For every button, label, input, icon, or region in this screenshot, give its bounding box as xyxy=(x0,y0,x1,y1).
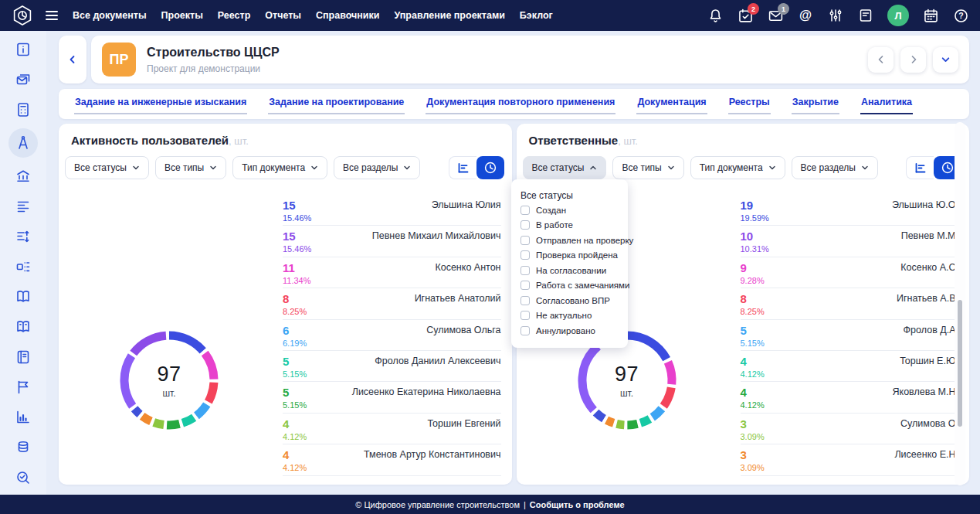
panel-title: Ответственные, шт. xyxy=(529,134,638,147)
dropdown-option[interactable]: Создан xyxy=(521,203,619,218)
row-value-block: 1515.46% xyxy=(283,230,311,254)
footer-separator: | xyxy=(524,500,526,509)
row-value-block: 88.25% xyxy=(283,293,307,316)
menu-item[interactable]: Проекты xyxy=(161,10,203,21)
help-icon[interactable]: ? xyxy=(952,7,969,24)
checkbox[interactable] xyxy=(521,311,530,320)
sidebar-item-structure[interactable] xyxy=(8,255,38,278)
bell-icon[interactable] xyxy=(707,7,724,24)
scrollbar-thumb[interactable] xyxy=(958,300,962,427)
filter-dropdown-button[interactable]: Тип документа xyxy=(690,156,785,179)
notes-icon[interactable] xyxy=(857,7,874,24)
filter-row: Все статусыВсе типыТип документаВсе разд… xyxy=(523,156,878,179)
menu-item[interactable]: Управление проектами xyxy=(394,10,504,21)
row-value: 9 xyxy=(741,262,765,274)
sidebar-item-statistics[interactable] xyxy=(8,406,38,429)
sidebar-item-book-standards[interactable] xyxy=(8,285,38,308)
checkbox[interactable] xyxy=(521,220,530,230)
bar-chart-toggle-button[interactable] xyxy=(449,156,476,179)
filter-dropdown-button[interactable]: Все разделы xyxy=(334,156,420,179)
main-menu: Все документыПроектыРеестрОтчетыСправочн… xyxy=(73,10,553,21)
sidebar-item-info-document[interactable] xyxy=(8,38,38,61)
svg-text:@: @ xyxy=(799,8,812,22)
menu-item[interactable]: Отчеты xyxy=(265,10,301,21)
sidebar-item-correspondence[interactable] xyxy=(8,68,38,91)
dropdown-option[interactable]: Аннулировано xyxy=(521,323,619,339)
mention-icon[interactable]: @ xyxy=(797,7,814,24)
tab[interactable]: Документация xyxy=(636,94,707,114)
prev-project-button[interactable] xyxy=(868,47,894,73)
expand-project-button[interactable] xyxy=(933,47,958,73)
checkbox[interactable] xyxy=(521,266,530,275)
dropdown-option[interactable]: Отправлен на проверку xyxy=(521,233,619,248)
bar-chart-toggle-button[interactable] xyxy=(906,156,934,179)
dropdown-option[interactable]: Проверка пройдена xyxy=(521,248,619,264)
sidebar-item-analytics[interactable] xyxy=(8,128,38,158)
checkbox[interactable] xyxy=(521,236,530,245)
tasks-calendar-icon[interactable]: 2 xyxy=(737,7,754,24)
filters-icon[interactable] xyxy=(827,7,844,24)
checkbox[interactable] xyxy=(521,250,530,260)
dropdown-option[interactable]: Согласовано ВПР xyxy=(521,293,619,308)
mail-icon[interactable]: 1 xyxy=(767,7,784,24)
donut-chart: 97 шт. xyxy=(103,315,235,446)
menu-item[interactable]: Бэклог xyxy=(520,10,553,21)
filter-dropdown-button[interactable]: Все статусы xyxy=(523,156,607,179)
tab[interactable]: Аналитика xyxy=(860,94,913,114)
sidebar-item-budget[interactable] xyxy=(8,436,38,459)
sidebar-item-transfer-list[interactable] xyxy=(8,225,38,248)
dropdown-header-option[interactable]: Все статусы xyxy=(521,188,619,203)
row-name: Торшин Евгений xyxy=(427,418,500,430)
filter-dropdown-button[interactable]: Все статусы xyxy=(65,156,149,179)
tab[interactable]: Реестры xyxy=(728,94,771,114)
calendar-icon[interactable] xyxy=(922,7,939,24)
filter-dropdown-button[interactable]: Все типы xyxy=(155,156,226,179)
checkbox[interactable] xyxy=(521,296,530,305)
user-activity-list: 1515.46%Эльшина Юлия1515.46%Певнев Михаи… xyxy=(283,195,501,485)
sidebar-item-book-library[interactable] xyxy=(8,315,38,339)
menu-item[interactable]: Справочники xyxy=(316,10,379,21)
row-name: Певнев М.М. xyxy=(901,230,958,242)
dropdown-option[interactable]: Не актуально xyxy=(521,308,619,324)
app-logo-icon[interactable] xyxy=(11,4,34,27)
option-label: Отправлен на проверку xyxy=(536,236,633,245)
menu-icon[interactable] xyxy=(43,7,60,24)
filter-dropdown-button[interactable]: Все типы xyxy=(612,156,683,179)
tab[interactable]: Задание на проектирование xyxy=(268,94,405,114)
row-value: 6 xyxy=(283,325,307,336)
row-value: 3 xyxy=(741,449,765,461)
sidebar-item-calculator[interactable] xyxy=(8,98,38,121)
checkbox[interactable] xyxy=(521,326,530,335)
tab[interactable]: Документация повторного применения xyxy=(426,94,615,114)
user-avatar[interactable]: Л xyxy=(887,5,909,26)
option-label: Работа с замечаниями xyxy=(536,281,629,290)
filter-label: Тип документа xyxy=(242,162,305,173)
row-percent: 9.28% xyxy=(741,276,765,285)
checkbox[interactable] xyxy=(521,206,530,215)
row-percent: 4.12% xyxy=(741,400,765,410)
sidebar-item-journal[interactable] xyxy=(8,346,38,369)
row-percent: 19.59% xyxy=(741,213,769,223)
sidebar-item-audit[interactable] xyxy=(8,466,38,489)
dropdown-option[interactable]: Работа с замечаниями xyxy=(521,278,619,294)
sidebar-item-flag[interactable] xyxy=(8,376,38,399)
sidebar-item-registry-list[interactable] xyxy=(8,195,38,218)
dropdown-option[interactable]: На согласовании xyxy=(521,263,619,278)
filter-dropdown-button[interactable]: Тип документа xyxy=(232,156,327,179)
donut-chart-toggle-button[interactable] xyxy=(476,156,504,179)
menu-item[interactable]: Реестр xyxy=(218,10,250,21)
filter-dropdown-button[interactable]: Все разделы xyxy=(792,156,878,179)
dropdown-option[interactable]: В работе xyxy=(521,218,619,233)
tab[interactable]: Закрытие xyxy=(792,94,839,114)
checkbox[interactable] xyxy=(521,281,530,290)
filter-label: Все статусы xyxy=(74,162,127,173)
row-value-block: 44.12% xyxy=(283,418,307,441)
sidebar-item-bank[interactable] xyxy=(8,165,38,188)
menu-item[interactable]: Все документы xyxy=(73,10,147,21)
tab[interactable]: Задание на инженерные изыскания xyxy=(74,94,247,114)
row-value-block: 55.15% xyxy=(741,325,765,348)
donut-segment xyxy=(663,387,671,406)
back-button[interactable] xyxy=(59,36,86,83)
next-project-button[interactable] xyxy=(900,47,926,73)
report-problem-link[interactable]: Сообщить о проблеме xyxy=(530,500,625,509)
